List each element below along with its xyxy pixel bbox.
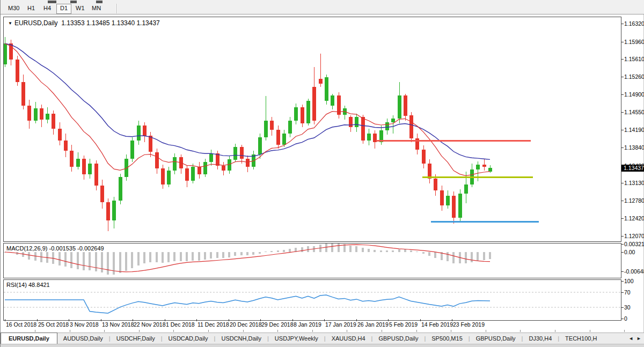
tab-scroll-left-button[interactable]: ◄ (628, 336, 633, 341)
main-chart-panel[interactable]: ▼EURUSD,Daily 1.13353 1.13485 1.13340 1.… (3, 17, 621, 242)
date-label: 16 Oct 2018 (6, 321, 36, 328)
macd-histogram-bar (489, 252, 491, 259)
date-tick (229, 319, 229, 321)
timeframe-toolbar: M30H1H4D1W1MN (1, 4, 644, 14)
timeframe-button-d1[interactable]: D1 (56, 4, 71, 14)
date-tick (101, 319, 101, 321)
candle (4, 37, 7, 67)
chart-tab-xauusd-h4[interactable]: XAUUSD,H4 (326, 333, 371, 344)
date-tick (133, 319, 133, 321)
macd-histogram-bar (289, 249, 291, 252)
date-tick (69, 319, 69, 321)
candle (233, 144, 237, 163)
candle (70, 145, 74, 172)
strip-tick (277, 330, 278, 332)
candle (246, 156, 250, 172)
strip-tick (208, 330, 209, 332)
chart-tab-usdchf-daily[interactable]: USDCHF,Daily (111, 333, 161, 344)
macd-histogram-bar (325, 243, 327, 252)
price-tick-label: 1.16320 (624, 20, 644, 27)
price-tick-label-tick (621, 112, 624, 113)
candle (197, 162, 201, 179)
macd-histogram-bar (180, 252, 182, 261)
macd-histogram-bar (119, 252, 121, 273)
symbol-dropdown-icon[interactable]: ▼ (8, 21, 12, 26)
macd-histogram-bar (483, 252, 485, 260)
price-chart-canvas[interactable] (4, 17, 621, 241)
timeframe-button-m30[interactable]: M30 (5, 4, 23, 13)
chart-tab-gbpusd-daily[interactable]: GBPUSD,Daily (470, 333, 522, 344)
candle (34, 102, 38, 123)
macd-histogram-bar (204, 252, 206, 260)
candle (173, 153, 177, 174)
macd-histogram-bar (349, 246, 352, 252)
price-axis[interactable]: 1.163201.159601.156101.152601.149001.145… (621, 0, 644, 347)
date-tick (5, 319, 5, 321)
macd-histogram-bar (167, 252, 170, 262)
macd-histogram-bar (216, 252, 218, 258)
chart-tab-sp500-m15[interactable]: SP500,M15 (426, 333, 468, 344)
candle (325, 75, 328, 105)
candle (391, 115, 395, 134)
candle (404, 94, 407, 121)
price-tick-label-tick (621, 59, 624, 60)
candle (367, 129, 371, 146)
candle (149, 132, 152, 157)
candle (185, 166, 189, 187)
chart-tab-dj30-h4[interactable]: DJ30,H4 (523, 333, 558, 344)
macd-histogram-bar (173, 252, 175, 261)
macd-indicator-panel[interactable]: MACD(12,26,9) -0.001535 -0.002649 (3, 243, 621, 278)
macd-histogram-bar (259, 252, 261, 254)
date-label: 29 Dec 2018 (261, 321, 294, 328)
strip-tick (243, 330, 244, 332)
chart-tab-usdcnh-daily[interactable]: USDCNH,Daily (215, 333, 267, 344)
date-label: 26 Jan 2019 (357, 321, 389, 328)
tab-scroll-right-button[interactable]: ► (636, 336, 641, 341)
price-tick-label-tick (621, 24, 624, 24)
chart-tab-audusd-daily[interactable]: AUDUSD,Daily (57, 333, 109, 344)
timeframe-button-h1[interactable]: H1 (24, 4, 38, 13)
candle (88, 159, 92, 179)
date-tick (260, 319, 261, 321)
chart-tab-gbpusd-daily[interactable]: GBPUSD,Daily (372, 333, 424, 344)
candle (209, 150, 213, 166)
timeframe-button-w1[interactable]: W1 (72, 4, 88, 13)
date-tick (388, 319, 389, 321)
candle (137, 121, 141, 145)
timeframe-button-h4[interactable]: H4 (40, 4, 54, 13)
rsi-canvas[interactable] (4, 280, 621, 320)
price-tick-label: 1.14190 (624, 127, 644, 133)
chart-tab-tech100-h[interactable]: TECH100,H (559, 333, 603, 344)
macd-histogram-bar (301, 247, 303, 252)
candle (76, 152, 80, 170)
chart-tab-eurusd-daily[interactable]: EURUSD,Daily (1, 333, 57, 344)
chart-tab-usdcad-daily[interactable]: USDCAD,Daily (163, 333, 214, 344)
macd-histogram-bar (28, 252, 30, 260)
macd-histogram-bar (228, 252, 230, 257)
price-tick-label-tick (621, 201, 624, 201)
candle (264, 96, 268, 141)
chart-tab-usdjpy-weekly[interactable]: USDJPY,Weekly (269, 333, 324, 344)
candle (385, 119, 389, 135)
price-tick-label-tick (621, 147, 624, 148)
date-label: 17 Jan 2019 (325, 321, 356, 328)
macd-histogram-bar (380, 250, 382, 252)
candle (319, 54, 323, 87)
macd-histogram-bar (149, 252, 151, 262)
strip-tick (104, 330, 105, 332)
candle (422, 145, 426, 168)
strip-tick (555, 330, 555, 332)
top-partial-toolbar (1, 0, 644, 4)
strip-tick (139, 330, 140, 332)
timeframe-button-mn[interactable]: MN (89, 4, 104, 13)
strip-tick (486, 330, 486, 332)
rsi-indicator-panel[interactable]: RSI(14) 48.8421 (3, 279, 621, 321)
macd-histogram-bar (252, 252, 254, 255)
rsi-title: RSI(14) (6, 282, 27, 288)
macd-histogram-bar (107, 252, 109, 275)
macd-axis-label-tick (621, 244, 624, 245)
date-tick (37, 319, 38, 321)
candle (446, 190, 450, 209)
date-axis[interactable]: 16 Oct 201825 Oct 20183 Nov 201813 Nov 2… (3, 321, 621, 329)
macd-histogram-bar (210, 252, 212, 259)
